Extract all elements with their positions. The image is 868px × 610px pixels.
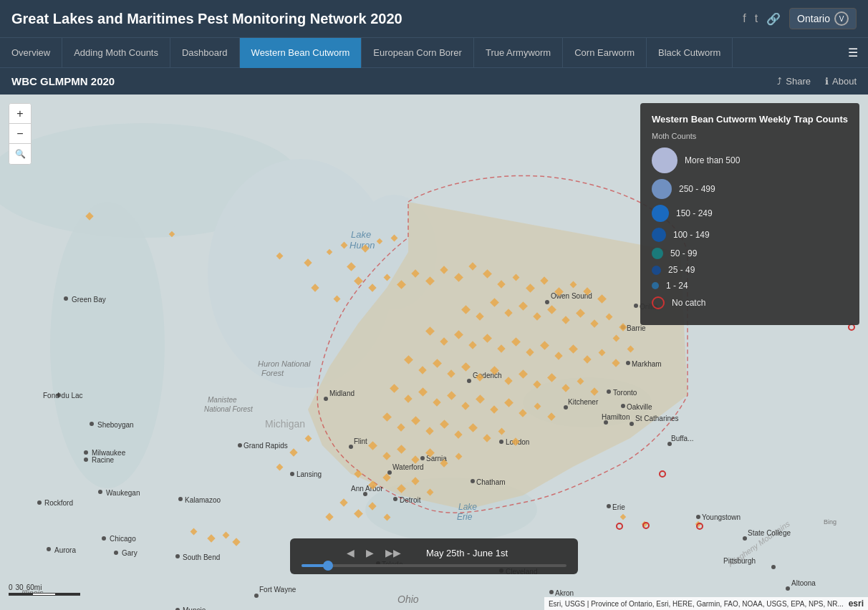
facebook-icon[interactable]: f: [743, 12, 746, 25]
svg-text:Fond du Lac: Fond du Lac: [43, 392, 83, 400]
svg-text:Altoona: Altoona: [791, 579, 816, 587]
svg-text:Oakville: Oakville: [627, 403, 652, 411]
header-actions: f t 🔗 Ontario V: [743, 8, 857, 29]
twitter-icon[interactable]: t: [755, 12, 758, 25]
svg-point-43: [290, 472, 294, 476]
svg-text:Michigan: Michigan: [265, 418, 305, 430]
share-button[interactable]: ⤴ Share: [777, 76, 811, 87]
svg-point-30: [37, 500, 42, 505]
svg-text:Manistee: Manistee: [208, 396, 237, 404]
svg-point-85: [607, 504, 611, 508]
region-label: Ontario: [797, 13, 830, 24]
svg-text:Ohio: Ohio: [397, 594, 419, 605]
zoom-search-button[interactable]: 🔍: [9, 144, 31, 164]
svg-point-39: [178, 497, 183, 501]
legend-item: 250 - 499: [652, 179, 848, 199]
svg-point-26: [114, 551, 118, 555]
map-container[interactable]: Huron National Forest Manistee National …: [0, 95, 868, 610]
svg-text:Grand Rapids: Grand Rapids: [243, 442, 288, 450]
esri-logo: esri: [849, 599, 864, 609]
svg-text:Kalamazoo: Kalamazoo: [185, 496, 221, 504]
navigation-tabs: Overview Adding Moth Counts Dashboard We…: [0, 37, 868, 67]
svg-point-47: [393, 497, 397, 501]
tab-more-menu[interactable]: ☰: [838, 38, 868, 68]
svg-point-57: [499, 440, 503, 444]
scale-label-0: 0: [9, 584, 13, 591]
zoom-in-button[interactable]: +: [9, 104, 31, 124]
svg-text:Erie: Erie: [457, 512, 473, 522]
link-icon[interactable]: 🔗: [766, 12, 781, 26]
app-title: Great Lakes and Maritimes Pest Monitorin…: [11, 11, 402, 27]
svg-text:Sheboygan: Sheboygan: [97, 421, 134, 429]
tab-western-bean-cutworm[interactable]: Western Bean Cutworm: [240, 38, 362, 68]
attribution-text: Esri, USGS | Province of Ontario, Esri, …: [549, 600, 844, 608]
app-header: Great Lakes and Maritimes Pest Monitorin…: [0, 0, 868, 37]
legend-item-label: 1 - 24: [666, 281, 688, 291]
svg-point-59: [471, 479, 475, 483]
about-label: About: [832, 76, 857, 87]
zoom-out-button[interactable]: −: [9, 124, 31, 144]
legend-no-catch-circle: [652, 296, 665, 309]
svg-text:Youngstown: Youngstown: [702, 513, 741, 521]
slider-prev-button[interactable]: ◀: [344, 546, 357, 560]
svg-text:National Forest: National Forest: [204, 405, 254, 413]
svg-text:Ann Arbor: Ann Arbor: [351, 485, 383, 493]
svg-text:St Catharines: St Catharines: [635, 415, 679, 422]
legend-item-label: 150 - 249: [676, 208, 713, 218]
legend-item: 25 - 49: [652, 265, 848, 275]
slider-track[interactable]: [302, 564, 566, 567]
svg-text:Waterford: Waterford: [392, 463, 424, 471]
legend-circle: [652, 228, 666, 242]
no-catch-marker-3: [642, 522, 650, 529]
svg-text:Toronto: Toronto: [613, 389, 637, 397]
about-button[interactable]: ℹ About: [825, 76, 857, 87]
tab-overview[interactable]: Overview: [0, 38, 62, 68]
svg-text:Aurora: Aurora: [54, 546, 76, 554]
slider-date-label: May 25th - June 1st: [410, 548, 524, 558]
svg-text:Hamilton: Hamilton: [602, 413, 630, 421]
legend-circle: [652, 248, 663, 259]
svg-point-61: [467, 379, 471, 383]
svg-text:Chatham: Chatham: [476, 478, 506, 486]
svg-text:Akron: Akron: [555, 589, 574, 597]
tab-european-corn-borer[interactable]: European Corn Borer: [362, 38, 474, 68]
map-attribution: Esri, USGS | Province of Ontario, Esri, …: [544, 597, 868, 610]
tab-true-armyworm[interactable]: True Armyworm: [474, 38, 563, 68]
slider-controls: ◀ ▶ ▶▶ May 25th - June 1st: [344, 546, 524, 560]
slider-thumb[interactable]: [323, 561, 333, 571]
no-catch-marker-4: [696, 523, 703, 530]
legend-item-label: 25 - 49: [668, 265, 695, 275]
svg-text:Fort Wayne: Fort Wayne: [259, 586, 296, 594]
zoom-controls: + − 🔍: [9, 103, 32, 165]
legend-title: Western Bean Cutworm Weekly Trap Counts: [652, 113, 848, 126]
tab-corn-earworm[interactable]: Corn Earworm: [563, 38, 647, 68]
legend-circle: [652, 266, 661, 275]
tab-adding-moth-counts[interactable]: Adding Moth Counts: [62, 38, 170, 68]
tab-dashboard[interactable]: Dashboard: [170, 38, 240, 68]
legend-circle: [652, 282, 659, 289]
legend-item-label: 100 - 149: [673, 230, 710, 240]
slider-play-button[interactable]: ▶: [363, 546, 377, 560]
svg-text:Kitchener: Kitchener: [568, 398, 599, 406]
svg-point-24: [98, 490, 102, 494]
legend-item-label: No catch: [672, 298, 705, 308]
svg-point-77: [634, 304, 638, 308]
legend-item-label: More than 500: [685, 155, 740, 165]
svg-text:Flint: Flint: [354, 437, 367, 445]
tab-black-cutworm[interactable]: Black Cutworm: [647, 38, 733, 68]
scale-line: [9, 593, 80, 596]
svg-point-53: [324, 397, 328, 401]
time-slider: ◀ ▶ ▶▶ May 25th - June 1st: [290, 538, 578, 574]
sub-header-actions: ⤴ Share ℹ About: [777, 76, 857, 87]
svg-text:Racine: Racine: [92, 456, 115, 464]
svg-text:Waukegan: Waukegan: [106, 489, 140, 497]
slider-next-button[interactable]: ▶▶: [382, 546, 404, 560]
svg-text:Forest: Forest: [261, 369, 284, 377]
legend-item: 150 - 249: [652, 205, 848, 222]
svg-point-104: [786, 586, 790, 591]
region-selector[interactable]: Ontario V: [789, 8, 857, 29]
legend-item: More than 500: [652, 147, 848, 173]
legend-items: More than 500250 - 499150 - 249100 - 149…: [652, 147, 848, 315]
legend-subtitle: Moth Counts: [652, 132, 848, 140]
legend-item: 1 - 24: [652, 281, 848, 291]
